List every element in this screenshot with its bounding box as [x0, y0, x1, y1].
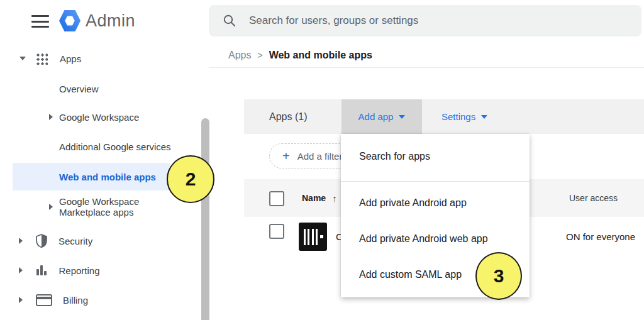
row-checkbox[interactable] [269, 224, 284, 239]
sidebar-scrollbar[interactable] [201, 118, 209, 320]
sidebar-item-web-and-mobile-apps[interactable]: Web and mobile apps [13, 163, 170, 190]
sidebar-item-label: Additional Google services [59, 141, 171, 152]
annotation-step-3: 3 [475, 252, 522, 300]
chevron-right-icon[interactable] [49, 204, 53, 210]
app-logo-icon [299, 223, 327, 251]
menu-item-add-private-android-app[interactable]: Add private Android app [341, 190, 530, 216]
chevron-right-icon[interactable] [49, 114, 53, 120]
sidebar-item-label: Billing [63, 295, 88, 306]
add-filter-label: Add a filter [297, 151, 343, 162]
column-header-name[interactable]: Name ↑ [302, 179, 337, 217]
sidebar-item-additional-google-services[interactable]: Additional Google services [0, 138, 171, 155]
sort-ascending-icon[interactable]: ↑ [332, 193, 337, 204]
user-access-cell: ON for everyone [566, 217, 635, 256]
sidebar-item-label: Security [58, 236, 92, 246]
apps-toolbar: Apps (1) Add app Settings [244, 99, 644, 135]
admin-console-page: Admin Apps > Web and mobile apps Apps Ov… [0, 0, 644, 320]
add-app-label: Add app [358, 111, 394, 122]
hamburger-menu-icon[interactable] [31, 15, 49, 28]
caret-down-icon [481, 115, 487, 119]
breadcrumb: Apps > Web and mobile apps [228, 50, 372, 61]
credit-card-icon [36, 294, 52, 306]
sidebar-item-apps[interactable]: Apps [0, 50, 81, 67]
menu-item-search-for-apps[interactable]: Search for apps [341, 143, 530, 170]
chevron-right-icon[interactable] [19, 297, 23, 303]
sidebar-item-marketplace-apps[interactable]: Google Workspace Marketplace apps [0, 197, 163, 216]
chevron-right-icon[interactable] [19, 267, 23, 273]
global-search-bar[interactable] [209, 5, 641, 36]
shield-icon [35, 234, 48, 248]
annotation-step-2: 2 [167, 155, 214, 203]
sidebar-item-label: Google Workspace Marketplace apps [59, 196, 163, 218]
column-header-user-access: User access [569, 179, 618, 217]
select-all-checkbox[interactable] [269, 191, 284, 206]
breadcrumb-parent-link[interactable]: Apps [228, 50, 251, 61]
menu-item-add-private-android-web-app[interactable]: Add private Android web app [341, 226, 530, 252]
sidebar-item-label: Apps [60, 53, 81, 64]
add-app-button[interactable]: Add app [341, 99, 422, 134]
menu-divider [341, 181, 530, 182]
sidebar-item-overview[interactable]: Overview [0, 80, 99, 97]
app-title: Admin [86, 11, 135, 31]
chevron-down-icon[interactable] [19, 57, 26, 60]
sidebar-item-security[interactable]: Security [0, 232, 92, 250]
bar-chart-icon [36, 265, 47, 275]
search-icon [223, 14, 236, 28]
header-divider [209, 67, 644, 68]
sidebar-item-billing[interactable]: Billing [0, 291, 88, 309]
search-input[interactable] [248, 14, 602, 28]
apps-count-label: Apps (1) [269, 99, 307, 134]
sidebar-item-reporting[interactable]: Reporting [0, 262, 100, 279]
sidebar-item-label: Google Workspace [59, 112, 139, 123]
breadcrumb-current: Web and mobile apps [269, 50, 372, 61]
sidebar-item-label: Web and mobile apps [59, 172, 156, 182]
sidebar-item-google-workspace[interactable]: Google Workspace [0, 108, 139, 126]
sidebar-item-label: Reporting [59, 265, 100, 276]
apps-grid-icon [36, 53, 48, 65]
sidebar-item-label: Overview [59, 84, 99, 94]
breadcrumb-separator: > [257, 50, 262, 60]
chevron-right-icon[interactable] [19, 238, 23, 244]
settings-button[interactable]: Settings [433, 99, 496, 134]
caret-down-icon [399, 115, 405, 119]
google-admin-logo-icon [59, 9, 80, 33]
plus-icon: + [282, 149, 290, 163]
settings-label: Settings [441, 111, 475, 122]
